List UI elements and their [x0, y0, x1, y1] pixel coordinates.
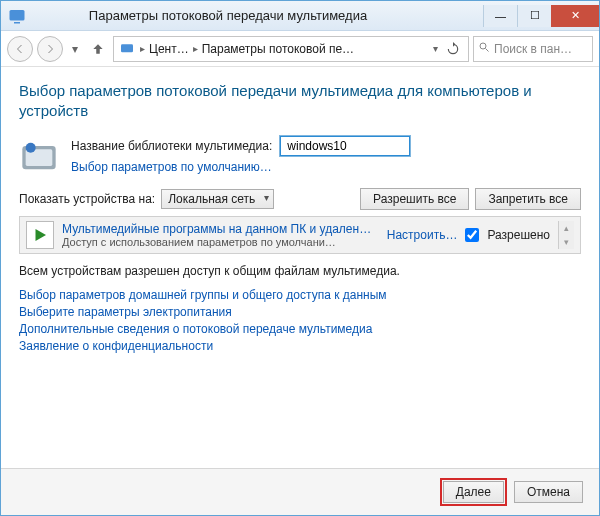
page-title: Выбор параметров потоковой передачи муль… [19, 81, 581, 122]
next-button[interactable]: Далее [443, 481, 504, 503]
library-icon [19, 136, 59, 176]
svg-marker-8 [36, 229, 47, 241]
minimize-button[interactable]: — [483, 5, 517, 27]
chevron-right-icon: ▸ [138, 43, 147, 54]
device-list: Мультимедийные программы на данном ПК и … [19, 216, 581, 254]
related-links: Выбор параметров домашней группы и общег… [19, 288, 581, 353]
window: Параметры потоковой передачи мультимедиа… [0, 0, 600, 516]
breadcrumb-icon [118, 41, 136, 57]
breadcrumb-seg-1[interactable]: Цент… [149, 42, 189, 56]
history-dropdown[interactable]: ▾ [67, 36, 83, 62]
device-item[interactable]: Мультимедийные программы на данном ПК и … [62, 222, 379, 248]
media-device-icon [26, 221, 54, 249]
window-title: Параметры потоковой передачи мультимедиа [0, 8, 483, 23]
maximize-button[interactable]: ☐ [517, 5, 551, 27]
chevron-down-icon[interactable]: ▾ [431, 43, 440, 54]
device-allowed-checkbox[interactable] [465, 228, 479, 242]
titlebar: Параметры потоковой передачи мультимедиа… [1, 1, 599, 31]
device-allowed-label: Разрешено [487, 228, 550, 242]
device-subtitle: Доступ с использованием параметров по ум… [62, 236, 379, 248]
library-section: Название библиотеки мультимедиа: Выбор п… [19, 136, 581, 176]
default-params-link[interactable]: Выбор параметров по умолчанию… [71, 160, 272, 174]
show-devices-label: Показать устройства на: [19, 192, 155, 206]
svg-point-7 [26, 142, 36, 152]
device-title: Мультимедийные программы на данном ПК и … [62, 222, 379, 236]
breadcrumb[interactable]: ▸ Цент… ▸ Параметры потоковой пе… ▾ [113, 36, 469, 62]
privacy-link[interactable]: Заявление о конфиденциальности [19, 339, 581, 353]
homegroup-link[interactable]: Выбор параметров домашней группы и общег… [19, 288, 581, 302]
up-button[interactable] [87, 38, 109, 60]
show-devices-row: Показать устройства на: Локальная сеть Р… [19, 188, 581, 210]
svg-line-4 [486, 49, 489, 52]
content: Выбор параметров потоковой передачи муль… [1, 67, 599, 468]
library-name-input[interactable] [280, 136, 410, 156]
device-customize-link[interactable]: Настроить… [387, 228, 458, 242]
svg-point-3 [480, 43, 486, 49]
scrollbar[interactable]: ▴▾ [558, 221, 574, 249]
summary-text: Всем устройствам разрешен доступ к общим… [19, 264, 581, 278]
more-info-link[interactable]: Дополнительные сведения о потоковой пере… [19, 322, 581, 336]
cancel-button[interactable]: Отмена [514, 481, 583, 503]
allow-all-button[interactable]: Разрешить все [360, 188, 469, 210]
search-input[interactable]: Поиск в пан… [473, 36, 593, 62]
network-scope-select[interactable]: Локальная сеть [161, 189, 274, 209]
forward-button[interactable] [37, 36, 63, 62]
breadcrumb-seg-2[interactable]: Параметры потоковой пе… [202, 42, 354, 56]
refresh-icon[interactable] [442, 42, 464, 56]
window-controls: — ☐ ✕ [483, 5, 599, 27]
library-name-label: Название библиотеки мультимедиа: [71, 139, 272, 153]
back-button[interactable] [7, 36, 33, 62]
svg-rect-2 [121, 44, 133, 52]
search-icon [478, 41, 490, 56]
close-button[interactable]: ✕ [551, 5, 599, 27]
navbar: ▾ ▸ Цент… ▸ Параметры потоковой пе… ▾ По… [1, 31, 599, 67]
search-placeholder: Поиск в пан… [494, 42, 572, 56]
power-options-link[interactable]: Выберите параметры электропитания [19, 305, 581, 319]
footer: Далее Отмена [1, 468, 599, 515]
block-all-button[interactable]: Запретить все [475, 188, 581, 210]
chevron-right-icon: ▸ [191, 43, 200, 54]
